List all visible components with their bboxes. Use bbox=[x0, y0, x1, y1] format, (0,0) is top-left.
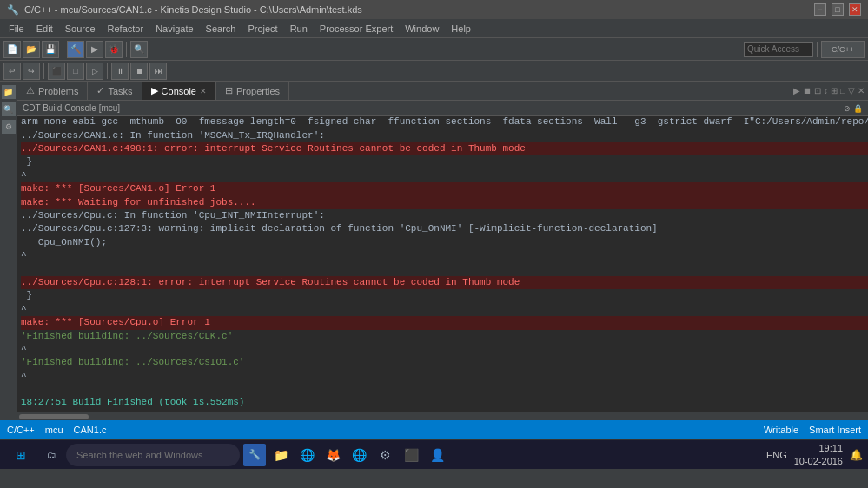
scroll-lock-btn[interactable]: 🔒 bbox=[853, 104, 863, 113]
menu-bar: FileEditSourceRefactorNavigateSearchProj… bbox=[0, 19, 868, 38]
console-ctrl-5[interactable]: ⊞ bbox=[831, 86, 838, 96]
console-line: Cpu_OnNMI(); bbox=[21, 236, 868, 249]
menu-item-search[interactable]: Search bbox=[201, 22, 242, 36]
toolbar-search-btn[interactable]: 🔍 bbox=[130, 41, 148, 58]
properties-icon: ⊞ bbox=[225, 85, 233, 96]
console-header-buttons: ⊘ 🔒 bbox=[844, 104, 863, 113]
perspective-btn[interactable]: C/C++ bbox=[821, 41, 865, 58]
toolbar2-btn1[interactable]: ↩ bbox=[3, 63, 21, 80]
clear-btn[interactable]: ⊘ bbox=[844, 104, 851, 113]
console-icon: ▶ bbox=[151, 85, 158, 96]
minimize-button[interactable]: − bbox=[814, 3, 826, 16]
console-line: 'Finished building: ../Sources/CLK.c' bbox=[21, 330, 868, 343]
toolbar-debug-btn[interactable]: 🐞 bbox=[105, 41, 123, 58]
taskbar-time-display: 19:11 bbox=[794, 442, 843, 454]
start-button[interactable]: ⊞ bbox=[5, 443, 36, 467]
toolbar2-btn4[interactable]: □ bbox=[67, 63, 84, 80]
console-line: 18:27:51 Build Finished (took 1s.552ms) bbox=[21, 396, 868, 409]
toolbar2-btn8[interactable]: ⏭ bbox=[149, 63, 167, 80]
menu-item-run[interactable]: Run bbox=[285, 22, 313, 36]
console-ctrl-7[interactable]: ▽ bbox=[848, 86, 855, 96]
problems-icon: ⚠ bbox=[26, 85, 35, 96]
console-ctrl-4[interactable]: ↕ bbox=[824, 86, 828, 96]
tasks-icon: ✓ bbox=[96, 85, 104, 96]
tab-console-label: Console bbox=[162, 86, 196, 96]
toolbar2-btn5[interactable]: ▷ bbox=[86, 63, 103, 80]
menu-item-edit[interactable]: Edit bbox=[31, 22, 58, 36]
console-tabs: ⚠ Problems ✓ Tasks ▶ Console ✕ ⊞ Propert… bbox=[17, 82, 868, 101]
menu-item-source[interactable]: Source bbox=[60, 22, 101, 36]
toolbar2-btn2[interactable]: ↪ bbox=[23, 63, 40, 80]
sidebar-icon-3[interactable]: ⚙ bbox=[2, 120, 16, 134]
tab-properties-label: Properties bbox=[236, 86, 280, 96]
toolbar2-btn7[interactable]: ⏹ bbox=[130, 63, 148, 80]
user-icon[interactable]: 👤 bbox=[426, 444, 448, 466]
console-header-title: CDT Build Console [mcu] bbox=[23, 103, 120, 113]
console-ctrl-3[interactable]: ⊡ bbox=[814, 86, 821, 96]
taskbar-time: 19:11 10-02-2016 bbox=[794, 442, 843, 467]
taskbar-search-input[interactable] bbox=[66, 444, 240, 466]
toolbar-new-btn[interactable]: 📄 bbox=[3, 41, 21, 58]
status-writable: Writable bbox=[764, 425, 798, 435]
status-item-3: CAN1.c bbox=[74, 425, 107, 435]
toolbar-sep-2 bbox=[126, 42, 127, 57]
menu-item-file[interactable]: File bbox=[3, 22, 30, 36]
console-ctrl-1[interactable]: ▶ bbox=[793, 86, 800, 96]
task-view-btn[interactable]: 🗂 bbox=[40, 444, 63, 466]
console-ctrl-8[interactable]: ✕ bbox=[858, 86, 865, 96]
menu-item-refactor[interactable]: Refactor bbox=[103, 22, 149, 36]
console-hscrollbar[interactable] bbox=[17, 412, 868, 420]
toolbar-sep-3 bbox=[817, 42, 818, 57]
console-ctrl-2[interactable]: ⏹ bbox=[803, 86, 812, 96]
tab-tasks[interactable]: ✓ Tasks bbox=[88, 82, 142, 100]
menu-item-navigate[interactable]: Navigate bbox=[150, 22, 198, 36]
menu-item-window[interactable]: Window bbox=[400, 22, 444, 36]
console-line bbox=[21, 263, 868, 276]
notifications-icon[interactable]: 🔔 bbox=[850, 449, 863, 461]
settings-icon[interactable]: ⚙ bbox=[374, 444, 396, 466]
toolbar2-btn3[interactable]: ⬛ bbox=[48, 63, 65, 80]
sidebar-icon-1[interactable]: 📁 bbox=[2, 85, 16, 99]
console-panel: 'Building file: ../Sources/Cpu.c'^'Invok… bbox=[17, 116, 868, 420]
console-header: CDT Build Console [mcu] ⊘ 🔒 bbox=[17, 101, 868, 116]
console-line: ^ bbox=[21, 370, 868, 383]
toolbar-open-btn[interactable]: 📂 bbox=[23, 41, 40, 58]
explorer-icon[interactable]: 📁 bbox=[269, 444, 292, 466]
console-line: ../Sources/CAN1.c: In function 'MSCAN_Tx… bbox=[21, 129, 868, 142]
console-line: ../Sources/Cpu.c:128:1: error: interrupt… bbox=[21, 276, 868, 289]
quick-access-input[interactable] bbox=[744, 42, 813, 57]
tab-problems[interactable]: ⚠ Problems bbox=[17, 82, 88, 100]
toolbar2-btn6[interactable]: ⏸ bbox=[111, 63, 129, 80]
close-button[interactable]: ✕ bbox=[849, 3, 861, 16]
kinetis-taskbar-icon[interactable]: 🔧 bbox=[243, 444, 266, 466]
status-right: Writable Smart Insert bbox=[764, 425, 861, 435]
terminal-icon[interactable]: ⬛ bbox=[400, 444, 422, 466]
menu-item-help[interactable]: Help bbox=[446, 22, 476, 36]
content-area: ⚠ Problems ✓ Tasks ▶ Console ✕ ⊞ Propert… bbox=[17, 82, 868, 420]
maximize-button[interactable]: □ bbox=[832, 3, 844, 16]
status-item-1: C/C++ bbox=[7, 425, 35, 435]
title-bar: 🔧 C/C++ - mcu/Sources/CAN1.c - Kinetis D… bbox=[0, 0, 868, 19]
console-line: ^ bbox=[21, 249, 868, 262]
sidebar-icon-2[interactable]: 🔍 bbox=[2, 102, 16, 116]
toolbar: 📄 📂 💾 🔨 ▶ 🐞 🔍 C/C++ bbox=[0, 38, 868, 61]
toolbar-sep-1 bbox=[63, 42, 63, 57]
hscroll-thumb bbox=[19, 414, 89, 419]
edge-icon[interactable]: 🌐 bbox=[295, 444, 318, 466]
console-ctrl-6[interactable]: □ bbox=[840, 86, 845, 96]
tab-problems-label: Problems bbox=[38, 86, 78, 96]
menu-item-processor expert[interactable]: Processor Expert bbox=[315, 22, 398, 36]
toolbar-build-btn[interactable]: 🔨 bbox=[67, 41, 84, 58]
toolbar2-sep-2 bbox=[107, 63, 108, 79]
taskbar: ⊞ 🗂 🔧 📁 🌐 🦊 🌐 ⚙ ⬛ 👤 ENG 19:11 10-02-2016… bbox=[0, 439, 868, 469]
toolbar-run-btn[interactable]: ▶ bbox=[86, 41, 103, 58]
console-line: arm-none-eabi-gcc -mthumb -O0 -fmessage-… bbox=[21, 116, 868, 129]
tab-console[interactable]: ▶ Console ✕ bbox=[142, 82, 216, 100]
toolbar-save-btn[interactable]: 💾 bbox=[42, 41, 59, 58]
firefox-icon[interactable]: 🦊 bbox=[321, 444, 344, 466]
chrome-icon[interactable]: 🌐 bbox=[348, 444, 370, 466]
menu-item-project[interactable]: Project bbox=[242, 22, 282, 36]
console-output[interactable]: 'Building file: ../Sources/Cpu.c'^'Invok… bbox=[17, 116, 868, 412]
tab-properties[interactable]: ⊞ Properties bbox=[216, 82, 289, 100]
console-tab-close[interactable]: ✕ bbox=[200, 87, 207, 96]
